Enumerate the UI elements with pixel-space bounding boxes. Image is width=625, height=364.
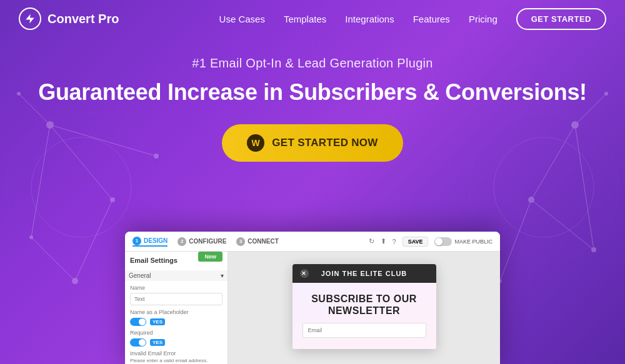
preview-window: 1 DESIGN 2 CONFIGURE 3 CONNECT ↻ ⬆ ? SAV… — [125, 232, 500, 364]
placeholder-toggle-row: YES — [130, 318, 222, 326]
make-public-toggle[interactable]: MAKE PUBLIC — [434, 237, 492, 246]
popup-title: SUBSCRIBE TO OUR NEWSLETTER — [302, 293, 426, 317]
svg-line-17 — [531, 200, 594, 250]
make-public-label: MAKE PUBLIC — [454, 239, 492, 245]
sidebar-add-button[interactable]: New — [198, 252, 222, 262]
svg-point-1 — [110, 197, 115, 202]
popup-header-text: JOIN THE ELITE CLUB — [321, 270, 408, 277]
nav-templates[interactable]: Templates — [284, 14, 326, 24]
tab-design[interactable]: 1 DESIGN — [132, 237, 168, 247]
editor-body: Email Settings New General ▾ Name Name a… — [125, 252, 500, 364]
hero-section: Convert Pro Use Cases Templates Integrat… — [0, 0, 625, 364]
error-label: Invalid Email Error — [130, 350, 222, 357]
toolbar-icon-share[interactable]: ⬆ — [381, 237, 386, 245]
svg-point-9 — [17, 92, 21, 96]
placeholder-label: Name as a Placeholder — [130, 309, 222, 315]
tab-connect[interactable]: 3 CONNECT — [236, 237, 278, 246]
nav-pricing[interactable]: Pricing — [469, 14, 498, 24]
svg-line-12 — [75, 200, 112, 281]
toolbar-icon-question[interactable]: ? — [392, 238, 396, 245]
wordpress-icon: W — [247, 134, 264, 152]
hero-title: Guaranteed Increase in Subscribers & Con… — [38, 79, 587, 106]
nav-integrations[interactable]: Integrations — [345, 14, 394, 24]
tab-design-num: 1 — [132, 237, 141, 245]
tab-configure-label: CONFIGURE — [189, 238, 226, 245]
tab-connect-label: CONNECT — [248, 238, 278, 245]
hero-cta-label: GET STARTED NOW — [272, 137, 378, 149]
popup-title-line2: NEWSLETTER — [328, 305, 400, 316]
preview-wrapper: 1 DESIGN 2 CONFIGURE 3 CONNECT ↻ ⬆ ? SAV… — [125, 232, 500, 364]
hero-content: #1 Email Opt-In & Lead Generation Plugin… — [38, 56, 587, 162]
logo[interactable]: Convert Pro — [19, 7, 119, 30]
svg-line-18 — [500, 200, 531, 281]
svg-point-6 — [528, 197, 534, 203]
header: Convert Pro Use Cases Templates Integrat… — [0, 0, 625, 37]
main-nav: Use Cases Templates Integrations Feature… — [219, 8, 606, 30]
popup-header: ✕ JOIN THE ELITE CLUB — [292, 264, 436, 283]
nav-cta-button[interactable]: GET STARTED — [516, 8, 606, 30]
popup-preview: ✕ JOIN THE ELITE CLUB SUBSCRIBE TO OUR N… — [292, 264, 436, 349]
required-toggle-row: YES — [130, 338, 222, 347]
editor-toolbar: 1 DESIGN 2 CONFIGURE 3 CONNECT ↻ ⬆ ? SAV… — [125, 232, 500, 252]
placeholder-toggle-label: YES — [150, 318, 165, 325]
brand-name: Convert Pro — [48, 12, 119, 26]
svg-point-2 — [72, 278, 78, 284]
error-text: Please enter a valid email address. — [130, 358, 222, 363]
save-button[interactable]: SAVE — [402, 237, 429, 247]
nav-use-cases[interactable]: Use Cases — [219, 14, 265, 24]
popup-body: SUBSCRIBE TO OUR NEWSLETTER — [292, 283, 436, 349]
required-label: Required — [130, 330, 222, 336]
sidebar-title: Email Settings — [130, 257, 178, 264]
nav-features[interactable]: Features — [413, 14, 450, 24]
section-general: General ▾ — [125, 270, 228, 281]
toolbar-right: ↻ ⬆ ? SAVE MAKE PUBLIC — [369, 237, 493, 247]
field-name-label: Name — [130, 285, 222, 291]
required-toggle[interactable] — [130, 338, 146, 347]
popup-email-input[interactable] — [302, 323, 426, 338]
hero-cta-button[interactable]: W GET STARTED NOW — [222, 124, 402, 162]
logo-icon — [19, 7, 41, 30]
placeholder-toggle[interactable] — [130, 318, 146, 326]
popup-close-button[interactable]: ✕ — [300, 269, 309, 278]
required-toggle-label: YES — [150, 339, 165, 346]
svg-line-15 — [31, 237, 75, 281]
editor-canvas: ✕ JOIN THE ELITE CLUB SUBSCRIBE TO OUR N… — [228, 252, 500, 364]
tab-configure-num: 2 — [178, 237, 186, 246]
toolbar-icon-refresh[interactable]: ↻ — [369, 237, 374, 245]
popup-title-line1: SUBSCRIBE TO OUR — [311, 293, 417, 304]
tab-connect-num: 3 — [236, 237, 245, 246]
field-name-input[interactable] — [130, 293, 222, 305]
tab-design-label: DESIGN — [144, 237, 168, 244]
svg-point-7 — [591, 247, 596, 252]
svg-point-3 — [29, 235, 33, 239]
editor-sidebar: Email Settings New General ▾ Name Name a… — [125, 252, 228, 364]
tab-configure[interactable]: 2 CONFIGURE — [178, 237, 226, 246]
svg-point-10 — [604, 92, 608, 96]
hero-subtitle: #1 Email Opt-In & Lead Generation Plugin — [38, 56, 587, 71]
